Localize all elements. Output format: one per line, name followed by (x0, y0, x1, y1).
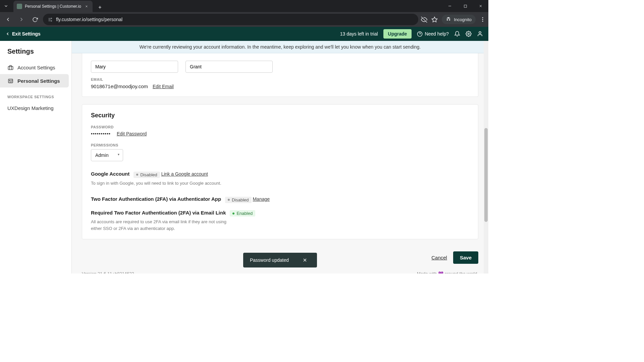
svg-marker-12 (432, 17, 437, 22)
user-icon[interactable] (477, 31, 483, 37)
google-account-title: Google Account (91, 171, 129, 177)
upgrade-button[interactable]: Upgrade (383, 29, 412, 39)
svg-point-19 (479, 32, 481, 34)
password-label: PASSWORD (91, 125, 469, 129)
email-value: 9018671e@moodjoy.com (91, 83, 148, 89)
need-help-button[interactable]: Need help? (417, 31, 449, 37)
window-maximize-icon[interactable] (458, 0, 473, 12)
need-help-label: Need help? (425, 31, 449, 37)
status-dot-icon (228, 199, 230, 201)
trial-days-text: 13 days left in trial (340, 31, 378, 37)
window-close-icon[interactable] (473, 0, 488, 12)
sidebar-item-workspace[interactable]: UXDesign Marketing (0, 102, 69, 115)
account-review-banner: We're currently reviewing your account i… (72, 41, 488, 53)
browser-titlebar: Personal Settings | Customer.io + (0, 0, 488, 12)
scrollbar-thumb[interactable] (484, 128, 488, 222)
tab-favicon-icon (17, 4, 22, 9)
security-card: Security PASSWORD •••••••••• Edit Passwo… (82, 104, 478, 239)
url-bar[interactable]: fly.customer.io/settings/personal (43, 14, 418, 25)
sidebar-item-account-settings[interactable]: Account Settings (0, 61, 69, 74)
permissions-select[interactable]: Admin (91, 149, 123, 161)
svg-point-10 (51, 20, 52, 21)
main-scroll-area[interactable]: We're currently reviewing your account i… (72, 41, 488, 274)
version-text: Version 21.6.11+b8214623 (82, 271, 134, 274)
first-name-input[interactable] (91, 61, 178, 73)
link-google-account-link[interactable]: Link a Google account (161, 171, 208, 177)
browser-forward-button[interactable] (16, 14, 27, 25)
edit-password-link[interactable]: Edit Password (117, 131, 147, 136)
email-label: EMAIL (91, 77, 469, 81)
tab-close-icon[interactable] (84, 4, 89, 9)
bookmark-star-icon[interactable] (431, 16, 438, 23)
browser-tab[interactable]: Personal Settings | Customer.io (13, 1, 93, 12)
svg-point-15 (482, 21, 483, 22)
sidebar-workspace-heading: WORKSPACE SETTINGS (0, 87, 71, 102)
sidebar-item-label: Personal Settings (17, 78, 60, 84)
permissions-label: PERMISSIONS (91, 143, 469, 147)
browser-toolbar: fly.customer.io/settings/personal Incogn… (0, 12, 488, 27)
tfa-app-title: Two Factor Authentication (2FA) via Auth… (91, 196, 221, 202)
password-mask: •••••••••• (91, 131, 111, 136)
tfa-email-status-badge: Enabled (230, 210, 255, 217)
help-circle-icon (417, 31, 423, 37)
new-tab-button[interactable]: + (95, 3, 105, 12)
exit-settings-button[interactable]: Exit Settings (5, 31, 41, 37)
tfa-email-title: Required Two Factor Authentication (2FA)… (91, 210, 226, 216)
heart-icon: 💜 (438, 271, 443, 274)
scrollbar-track[interactable] (484, 41, 488, 274)
id-card-icon (7, 78, 13, 84)
svg-point-13 (482, 17, 483, 18)
google-help-text: To sign in with Google, you will need to… (91, 180, 238, 187)
svg-rect-20 (8, 66, 13, 69)
tfa-app-status-badge: Disabled (225, 197, 252, 203)
eye-off-icon[interactable] (421, 16, 427, 23)
edit-email-link[interactable]: Edit Email (153, 84, 174, 89)
tagline-text: Made with 💜 around the world. (417, 271, 478, 274)
bell-icon[interactable] (454, 31, 460, 37)
google-status-badge: Disabled (133, 172, 160, 178)
incognito-badge: Incognito (442, 15, 476, 24)
status-dot-icon (232, 213, 234, 215)
window-minimize-icon[interactable] (442, 0, 458, 12)
exit-settings-label: Exit Settings (12, 31, 41, 37)
site-settings-icon[interactable] (48, 17, 53, 22)
security-title: Security (91, 112, 469, 119)
tab-search-dropdown[interactable] (0, 0, 12, 12)
browser-menu-icon[interactable] (480, 16, 486, 22)
incognito-label: Incognito (454, 17, 472, 22)
sidebar-item-personal-settings[interactable]: Personal Settings (0, 74, 69, 87)
browser-back-button[interactable] (3, 14, 13, 25)
svg-rect-3 (464, 5, 466, 7)
svg-point-9 (51, 18, 52, 19)
sidebar-item-label: Account Settings (17, 65, 55, 70)
profile-card: EMAIL 9018671e@moodjoy.com Edit Email (82, 53, 478, 97)
page-footer: Version 21.6.11+b8214623 Made with 💜 aro… (72, 268, 488, 274)
cancel-button[interactable]: Cancel (431, 255, 447, 260)
save-button[interactable]: Save (453, 251, 478, 264)
url-text: fly.customer.io/settings/personal (56, 17, 414, 22)
toast-message: Password updated (250, 257, 289, 263)
gear-icon[interactable] (466, 31, 472, 37)
svg-point-18 (468, 33, 470, 35)
manage-tfa-link[interactable]: Manage (253, 196, 270, 202)
tfa-email-help-text: All accounts are required to use 2FA via… (91, 219, 238, 232)
browser-reload-button[interactable] (30, 14, 40, 25)
svg-point-14 (482, 19, 483, 20)
chevron-left-icon (5, 32, 10, 36)
last-name-input[interactable] (185, 61, 273, 73)
toast-notification: Password updated (243, 253, 317, 267)
incognito-icon (446, 17, 451, 22)
settings-sidebar: Settings Account Settings Personal Setti… (0, 41, 72, 274)
app-header: Exit Settings 13 days left in trial Upgr… (0, 27, 488, 41)
sidebar-title: Settings (0, 46, 71, 61)
status-dot-icon (136, 174, 138, 176)
toast-close-button[interactable] (302, 257, 308, 263)
sidebar-item-label: UXDesign Marketing (7, 105, 54, 111)
briefcase-icon (7, 64, 13, 70)
tab-title: Personal Settings | Customer.io (25, 4, 81, 9)
svg-point-22 (9, 80, 10, 81)
